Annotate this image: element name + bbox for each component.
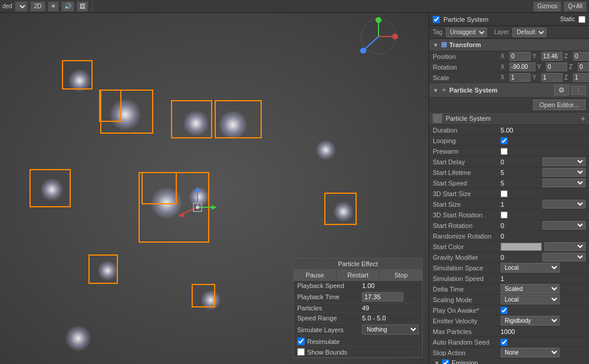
ps-expand-arrow[interactable]: ▼: [433, 87, 439, 94]
rot-z-input[interactable]: [578, 62, 589, 71]
static-label: Static: [560, 16, 575, 22]
start-speed-row: Start Speed 5: [429, 178, 589, 188]
start-lifetime-label: Start Lifetime: [433, 169, 501, 176]
scaling-mode-label: Scaling Mode: [433, 296, 501, 303]
toolbar-audio-btn[interactable]: 🔊: [61, 1, 74, 12]
transform-gizmo[interactable]: [174, 184, 221, 231]
svg-point-7: [196, 206, 199, 209]
particles-row: Particles 49: [294, 303, 422, 313]
restart-button[interactable]: Restart: [337, 270, 380, 280]
particles-value: 49: [362, 305, 419, 312]
scaling-mode-row: Scaling Mode Local: [429, 294, 589, 305]
layer-select[interactable]: Default: [512, 28, 547, 37]
toolbar-gizmos-btn[interactable]: Gizmos: [533, 1, 561, 12]
gravity-modifier-value: 0: [501, 254, 542, 261]
particles-label: Particles: [297, 305, 362, 312]
static-checkbox[interactable]: [578, 16, 585, 23]
start-color-row: Start Color: [429, 241, 589, 252]
tag-select[interactable]: Untagged: [446, 28, 487, 37]
scaling-mode-dropdown[interactable]: Local: [501, 294, 560, 305]
pos-z-input[interactable]: [573, 52, 589, 61]
delta-time-row: Delta Time Scaled: [429, 284, 589, 294]
rot-x-label: X: [501, 64, 508, 70]
toolbar-2d-btn[interactable]: 2D: [30, 1, 46, 12]
looping-label: Looping: [433, 137, 501, 144]
simulation-space-dropdown[interactable]: Local: [501, 263, 560, 273]
start-color-dropdown[interactable]: [544, 242, 585, 251]
simulation-speed-row: Simulation Speed 1: [429, 273, 589, 284]
open-editor-button[interactable]: Open Editor...: [533, 100, 585, 110]
open-editor-row: Open Editor...: [429, 98, 589, 112]
toolbar-qall-btn[interactable]: Q+All: [564, 1, 587, 12]
transform-expand-arrow[interactable]: ▼: [433, 42, 439, 48]
tag-label: Tag: [433, 29, 442, 35]
3d-start-rotation-checkbox[interactable]: [501, 211, 508, 219]
ps-more-btn[interactable]: ⋮: [571, 86, 585, 95]
scale-x-input[interactable]: [509, 73, 531, 82]
play-on-awake-row: Play On Awake*: [429, 305, 589, 316]
rot-x-input[interactable]: [509, 62, 535, 71]
particle-panel-header: Particle Effect: [294, 259, 422, 270]
component-name: Particle System: [443, 16, 557, 23]
3d-start-size-checkbox[interactable]: [501, 190, 508, 197]
start-speed-label: Start Speed: [433, 180, 501, 187]
start-delay-dropdown[interactable]: [542, 157, 585, 166]
playback-speed-label: Playback Speed: [297, 282, 362, 289]
tag-layer-row: Tag Untagged Layer Default: [429, 26, 589, 39]
delta-time-dropdown[interactable]: Scaled: [501, 284, 560, 294]
emission-arrow[interactable]: ▼: [434, 360, 440, 365]
ps-settings-btn[interactable]: ⚙: [554, 85, 569, 95]
randomize-rotation-label: Randomize Rotation: [433, 233, 501, 240]
emission-checkbox[interactable]: [442, 359, 449, 364]
rot-y-input[interactable]: [546, 62, 567, 71]
playback-time-input[interactable]: [362, 292, 403, 302]
pause-button[interactable]: Pause: [294, 270, 337, 280]
3d-start-rotation-row: 3D Start Rotation: [429, 210, 589, 220]
prewarm-checkbox[interactable]: [501, 148, 508, 155]
toolbar-sun-btn[interactable]: ☀: [48, 1, 59, 12]
gravity-modifier-dropdown[interactable]: [542, 253, 585, 262]
start-color-box[interactable]: [501, 243, 542, 251]
start-lifetime-dropdown[interactable]: [542, 168, 585, 177]
toolbar-img-btn[interactable]: 🖼: [77, 1, 88, 12]
ps-sub-plus[interactable]: +: [581, 114, 585, 123]
rotation-values: X Y Z: [501, 62, 589, 71]
start-rotation-dropdown[interactable]: [542, 221, 585, 230]
pos-y-input[interactable]: [541, 52, 562, 61]
auto-random-seed-checkbox[interactable]: [501, 339, 508, 346]
emitter-velocity-dropdown[interactable]: Rigidbody: [501, 316, 560, 326]
pos-x-input[interactable]: [509, 52, 531, 61]
stop-action-dropdown[interactable]: None: [501, 348, 560, 358]
position-values: X Y Z: [501, 52, 589, 61]
resimulate-checkbox[interactable]: [297, 337, 305, 345]
stop-button[interactable]: Stop: [380, 270, 422, 280]
svg-text:z: z: [360, 48, 363, 54]
toolbar-dropdown[interactable]: [15, 1, 28, 12]
play-on-awake-checkbox[interactable]: [501, 307, 508, 314]
start-lifetime-value: 5: [501, 169, 542, 176]
ps-icon: ✦: [441, 86, 447, 94]
stop-action-row: Stop Action None: [429, 348, 589, 358]
viewport[interactable]: y x z < Persp Particle Effect Pause Rest…: [0, 13, 429, 364]
scale-y-input[interactable]: [541, 73, 562, 82]
gravity-modifier-label: Gravity Modifier: [433, 254, 501, 261]
component-active-checkbox[interactable]: [433, 16, 440, 23]
looping-checkbox[interactable]: [501, 137, 508, 144]
scale-z-input[interactable]: [573, 73, 589, 82]
playback-speed-row: Playback Speed 1.00: [294, 281, 422, 291]
simulate-layers-dropdown[interactable]: Nothing: [362, 325, 419, 335]
ps-title: Particle System: [449, 87, 552, 94]
transform-icon: ⊞: [441, 41, 447, 49]
show-bounds-row: Show Bounds: [294, 347, 422, 358]
pos-z-label: Z: [564, 53, 571, 59]
show-bounds-checkbox[interactable]: [297, 348, 305, 356]
play-on-awake-label: Play On Awake*: [433, 307, 501, 314]
speed-range-value: 5.0 - 5.0: [362, 315, 419, 322]
start-delay-label: Start Delay: [433, 158, 501, 166]
duration-row: Duration 5.00: [429, 125, 589, 135]
start-size-dropdown[interactable]: [542, 200, 585, 209]
simulate-layers-row: Simulate Layers Nothing: [294, 323, 422, 336]
start-speed-dropdown[interactable]: [542, 178, 585, 187]
start-speed-value: 5: [501, 180, 542, 187]
simulation-space-label: Simulation Space: [433, 264, 501, 272]
